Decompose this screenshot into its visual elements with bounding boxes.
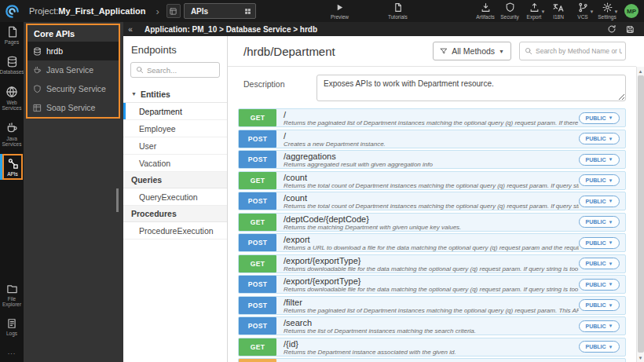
access-dropdown[interactable]: PUBLIC ▼ <box>579 279 620 291</box>
sidebar-item-pages[interactable]: Pages <box>0 22 24 48</box>
api-row[interactable]: POST/filterReturns the paginated list of… <box>238 296 626 315</box>
sidebar-item-logs[interactable]: Logs <box>0 314 24 339</box>
access-dropdown[interactable]: PUBLIC ▼ <box>579 133 620 144</box>
main-header: /hrdb/Department All Methods ▼ <box>228 36 636 67</box>
scroll-down-icon[interactable]: ▼ <box>639 353 643 362</box>
refresh-button[interactable] <box>607 24 617 34</box>
vertical-scrollbar[interactable]: ▲ ▼ <box>636 67 644 362</box>
access-dropdown[interactable]: PUBLIC ▼ <box>579 196 620 207</box>
api-row[interactable]: GET/{id}Returns the Department instance … <box>238 338 626 357</box>
access-dropdown[interactable]: PUBLIC ▼ <box>579 174 620 186</box>
workspace-selector[interactable]: APIs <box>184 3 256 19</box>
endpoint-item-vacation[interactable]: Vacation <box>123 155 227 172</box>
settings-icon: ▼ <box>602 2 613 13</box>
sidebar-item-apis[interactable]: APIs <box>2 154 23 180</box>
endpoint-item-procedureexecution[interactable]: ProcedureExecution <box>123 222 227 240</box>
api-row[interactable]: GET/export/{exportType}Returns downloada… <box>238 254 626 273</box>
flyout-item-soap-service[interactable]: Soap Service <box>27 98 119 117</box>
save-button[interactable] <box>626 25 635 34</box>
core-apis-title: Core APIs <box>27 25 119 42</box>
endpoint-item-user[interactable]: User <box>123 137 227 155</box>
method-search[interactable] <box>519 42 626 60</box>
api-path: /export <box>284 235 579 244</box>
endpoint-item-queryexecution[interactable]: QueryExecution <box>123 188 227 206</box>
endpoints-search[interactable] <box>130 62 220 78</box>
security-button[interactable]: Security <box>499 2 521 20</box>
access-dropdown[interactable]: PUBLIC ▼ <box>579 341 620 353</box>
caret-down-icon: ▼ <box>609 303 613 308</box>
api-description: Creates a new Department instance. <box>284 141 579 148</box>
caret-down-icon: ▼ <box>609 178 613 183</box>
sidebar-item-web-services[interactable]: Web Services <box>0 82 24 114</box>
endpoints-search-input[interactable] <box>147 66 211 75</box>
api-row[interactable]: POST/countReturns the total count of Dep… <box>238 192 626 210</box>
access-dropdown[interactable]: PUBLIC ▼ <box>579 299 620 311</box>
api-row[interactable]: POST/searchReturns the list of Departmen… <box>238 316 626 335</box>
description-textarea[interactable]: Exposes APIs to work with Department res… <box>317 75 626 101</box>
method-search-input[interactable] <box>536 47 622 55</box>
flyout-item-java-service[interactable]: Java Service <box>27 60 119 79</box>
access-dropdown[interactable]: PUBLIC ▼ <box>579 320 620 332</box>
workspace-icon-button[interactable] <box>166 4 181 18</box>
caret-down-icon: ▼ <box>609 220 613 225</box>
vcs-button[interactable]: ▼VCS <box>572 2 594 20</box>
i18n-icon <box>553 2 564 13</box>
api-path: /search <box>284 318 579 327</box>
api-row[interactable]: GET/deptCode/{deptCode}Returns the match… <box>238 213 626 232</box>
endpoints-group-procedures[interactable]: Procedures <box>123 206 227 222</box>
web-services-icon <box>5 86 18 98</box>
flyout-item-hrdb[interactable]: hrdb <box>27 42 119 60</box>
method-badge: GET <box>239 214 276 231</box>
api-row[interactable]: POST/Creates a new Department instance.P… <box>238 130 626 148</box>
sidebar-item-java-services[interactable]: Java Services <box>0 118 24 150</box>
api-row[interactable]: POST/aggregationsReturns aggregated resu… <box>238 150 626 169</box>
top-bar: Project:My_First_Application › APIs Prev… <box>0 0 644 22</box>
access-dropdown[interactable]: PUBLIC ▼ <box>579 258 620 269</box>
endpoints-group-queries[interactable]: Queries <box>123 172 227 188</box>
access-dropdown[interactable]: PUBLIC ▼ <box>579 154 620 166</box>
access-dropdown[interactable]: PUBLIC ▼ <box>579 237 620 249</box>
topbar-right-actions: ArtifactsSecurity▼ExportI18N▼VCS▼Setting… <box>474 2 644 20</box>
settings-button[interactable]: ▼Settings <box>596 2 618 20</box>
flyout-scrollbar-thumb[interactable] <box>116 188 119 212</box>
api-path: /aggregations <box>284 152 579 161</box>
api-path: / <box>284 131 579 141</box>
api-row[interactable]: GET/Returns the paginated list of Depart… <box>238 108 626 127</box>
all-methods-filter-button[interactable]: All Methods ▼ <box>433 42 511 60</box>
collapse-panel-icon[interactable]: « <box>125 25 136 34</box>
caret-down-icon: ▼ <box>499 49 504 54</box>
apis-icon <box>7 158 19 170</box>
user-avatar[interactable]: MP <box>624 4 639 18</box>
access-dropdown[interactable]: PUBLIC ▼ <box>579 216 620 228</box>
api-path: /export/{exportType} <box>284 276 579 286</box>
left-sidebar: PagesDatabasesWeb ServicesJava ServicesA… <box>0 22 24 362</box>
method-badge: POST <box>239 234 276 251</box>
i18n-button[interactable]: I18N <box>547 2 569 20</box>
preview-button[interactable]: Preview <box>331 2 349 20</box>
api-description: Returns downloadable file for the data m… <box>284 265 579 272</box>
endpoint-item-employee[interactable]: Employee <box>123 120 227 137</box>
endpoint-item-department[interactable]: Department <box>123 103 227 120</box>
api-row[interactable]: PUT <box>238 358 626 362</box>
scroll-up-icon[interactable]: ▲ <box>639 67 643 75</box>
caret-down-icon: ▼ <box>609 261 613 266</box>
scrollbar-thumb[interactable] <box>638 75 644 353</box>
flyout-item-security-service[interactable]: Security Service <box>27 79 119 98</box>
method-badge: GET <box>239 255 276 272</box>
sidebar-item-databases[interactable]: Databases <box>0 52 24 78</box>
filter-icon <box>440 47 448 55</box>
artifacts-button[interactable]: Artifacts <box>474 2 496 20</box>
access-dropdown[interactable]: PUBLIC ▼ <box>579 112 620 124</box>
api-row[interactable]: POST/exportReturns a URL to download a f… <box>238 233 626 252</box>
endpoints-groups: ▼EntitiesDepartmentEmployeeUserVacationQ… <box>123 86 227 240</box>
caret-down-icon: ▼ <box>609 240 613 245</box>
tutorials-button[interactable]: Tutorials <box>388 2 408 20</box>
api-path: /filter <box>284 298 579 307</box>
api-row[interactable]: GET/countReturns the total count of Depa… <box>238 171 626 190</box>
endpoints-group-entities[interactable]: ▼Entities <box>123 86 227 103</box>
export-button[interactable]: ▼Export <box>523 2 545 20</box>
java-services-icon <box>5 122 18 134</box>
sidebar-item-file-explorer[interactable]: File Explorer <box>0 279 24 310</box>
sidebar-overflow-button[interactable]: ... <box>0 343 24 362</box>
api-row[interactable]: POST/export/{exportType}Returns download… <box>238 275 626 294</box>
